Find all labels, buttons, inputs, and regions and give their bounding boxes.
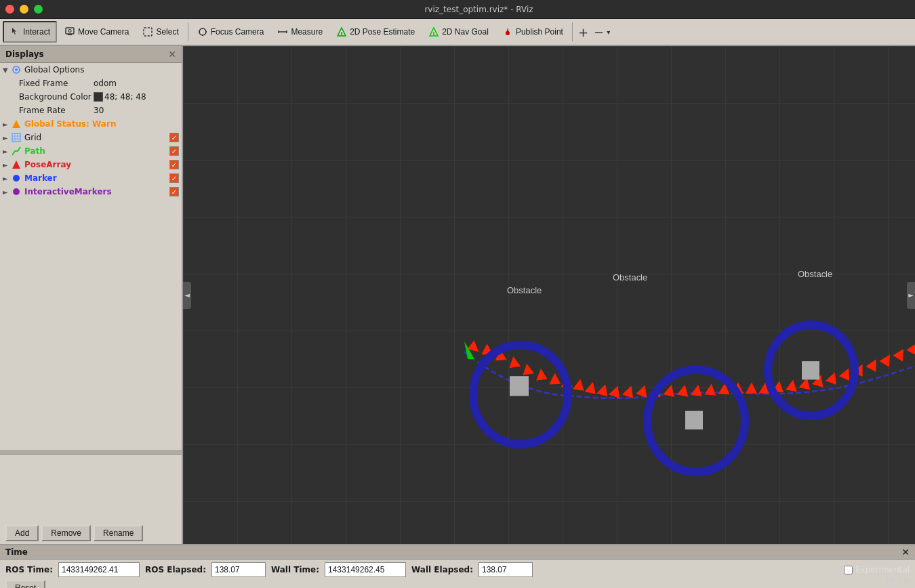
marker-item[interactable]: ► Marker ✓: [0, 171, 182, 185]
svg-text:Obstacle: Obstacle: [613, 272, 647, 282]
toolbar-minus-section: − ▾: [592, 25, 611, 39]
time-header: Time ✕: [0, 545, 915, 560]
svg-marker-20: [12, 120, 20, 128]
frame-rate-row: Frame Rate 30: [0, 104, 182, 117]
nav-goal-button[interactable]: 2D Nav Goal: [422, 21, 495, 43]
interact-icon: [9, 26, 20, 37]
svg-rect-30: [183, 46, 915, 544]
svg-rect-0: [66, 28, 74, 34]
fixed-frame-row: Fixed Frame odom: [0, 77, 182, 90]
svg-marker-17: [506, 28, 509, 33]
grid-checkbox[interactable]: ✓: [169, 133, 179, 142]
interactive-markers-item[interactable]: ► InteractiveMarkers ✓: [0, 185, 182, 198]
select-icon: [142, 26, 153, 37]
marker-checkbox[interactable]: ✓: [169, 173, 179, 183]
time-close-button[interactable]: ✕: [901, 547, 910, 558]
title-bar: rviz_test_optim.rviz* - RViz: [0, 0, 915, 19]
marker-arrow: ►: [3, 175, 11, 182]
toolbar: Interact Move Camera Select Focus Camera…: [0, 19, 915, 46]
select-button[interactable]: Select: [136, 21, 184, 43]
focus-camera-button[interactable]: Focus Camera: [191, 21, 270, 43]
close-button[interactable]: [5, 5, 14, 14]
svg-point-1: [68, 30, 71, 33]
publish-point-button[interactable]: Publish Point: [496, 21, 569, 43]
grid-arrow: ►: [3, 134, 11, 142]
add-display-button[interactable]: +: [575, 25, 591, 39]
maximize-button[interactable]: [34, 5, 43, 14]
posearray-icon: [11, 159, 22, 170]
separator-2: [572, 22, 573, 41]
svg-rect-3: [144, 28, 152, 36]
ros-time-input[interactable]: [58, 562, 140, 577]
global-options-icon: [11, 64, 22, 75]
rename-button[interactable]: Rename: [94, 525, 143, 541]
right-collapse-handle[interactable]: ►: [907, 282, 915, 309]
measure-button[interactable]: Measure: [271, 21, 329, 43]
svg-point-28: [13, 188, 20, 195]
bg-color-row: Background Color 48; 48; 48: [0, 90, 182, 104]
move-camera-icon: [64, 26, 75, 37]
path-checkbox[interactable]: ✓: [169, 146, 179, 156]
posearray-checkbox[interactable]: ✓: [169, 160, 179, 169]
interactive-markers-icon: [11, 186, 22, 197]
interact-button[interactable]: Interact: [3, 21, 57, 43]
global-status-item[interactable]: ► Global Status: Warn: [0, 117, 182, 131]
ros-elapsed-input[interactable]: [211, 562, 266, 577]
reset-button[interactable]: Reset: [5, 580, 45, 588]
svg-rect-73: [802, 361, 819, 379]
toolbar-dropdown-button[interactable]: ▾: [605, 28, 611, 36]
remove-display-button[interactable]: −: [592, 25, 605, 39]
global-options-arrow: ▼: [3, 66, 11, 74]
svg-point-4: [199, 28, 206, 35]
svg-rect-21: [12, 133, 20, 142]
nav-goal-icon: [428, 26, 439, 37]
svg-point-27: [13, 175, 20, 182]
left-collapse-handle[interactable]: ◄: [183, 282, 191, 309]
svg-text:Obstacle: Obstacle: [798, 269, 832, 279]
path-icon: [11, 146, 22, 156]
remove-button[interactable]: Remove: [41, 525, 91, 541]
measure-icon: [277, 26, 288, 37]
experimental-label[interactable]: Experimental: [844, 565, 910, 574]
posearray-item[interactable]: ► PoseArray ✓: [0, 158, 182, 171]
path-arrow: ►: [3, 148, 11, 155]
viewport-svg: Obstacle Obstacle Obstacle: [183, 46, 915, 544]
bottom-bar: Time ✕ ROS Time: ROS Elapsed: Wall Time:…: [0, 544, 915, 588]
wall-time-input[interactable]: [325, 562, 406, 577]
time-content: ROS Time: ROS Elapsed: Wall Time: Wall E…: [0, 560, 915, 580]
interactive-markers-arrow: ►: [3, 188, 11, 196]
svg-text:Obstacle: Obstacle: [507, 285, 542, 295]
left-panel: Displays ✕ ▼ Global Options Fixed Frame …: [0, 46, 183, 544]
grid-item[interactable]: ► Grid ✓: [0, 131, 182, 144]
svg-point-19: [15, 68, 18, 71]
grid-icon: [11, 132, 22, 143]
move-camera-button[interactable]: Move Camera: [58, 21, 135, 43]
posearray-arrow: ►: [3, 161, 11, 169]
main-area: Displays ✕ ▼ Global Options Fixed Frame …: [0, 46, 915, 544]
displays-close-button[interactable]: ✕: [168, 49, 176, 60]
interactive-markers-checkbox[interactable]: ✓: [169, 187, 179, 196]
experimental-checkbox[interactable]: [844, 566, 853, 574]
time-buttons: Reset: [0, 580, 915, 588]
fps-display: 30 fps: [884, 576, 910, 585]
bottom-left-panel: [0, 455, 182, 522]
wall-elapsed-input[interactable]: [479, 562, 533, 577]
viewport[interactable]: Obstacle Obstacle Obstacle ◄ ►: [183, 46, 915, 544]
svg-rect-2: [68, 34, 72, 35]
svg-rect-69: [510, 376, 529, 396]
displays-content: ▼ Global Options Fixed Frame odom Backgr…: [0, 63, 182, 450]
bg-color-swatch[interactable]: [94, 92, 103, 102]
add-button[interactable]: Add: [5, 525, 39, 541]
separator-1: [188, 22, 188, 41]
window-title: rviz_test_optim.rviz* - RViz: [48, 5, 910, 14]
publish-point-icon: [502, 26, 513, 37]
global-options-item[interactable]: ▼ Global Options: [0, 63, 182, 77]
global-status-arrow: ►: [3, 121, 11, 128]
pose-estimate-button[interactable]: 2D Pose Estimate: [330, 21, 421, 43]
minimize-button[interactable]: [20, 5, 28, 14]
svg-rect-71: [685, 411, 703, 429]
focus-camera-icon: [197, 26, 208, 37]
pose-estimate-icon: [336, 26, 347, 37]
path-item[interactable]: ► Path ✓: [0, 144, 182, 158]
displays-header: Displays ✕: [0, 46, 182, 63]
